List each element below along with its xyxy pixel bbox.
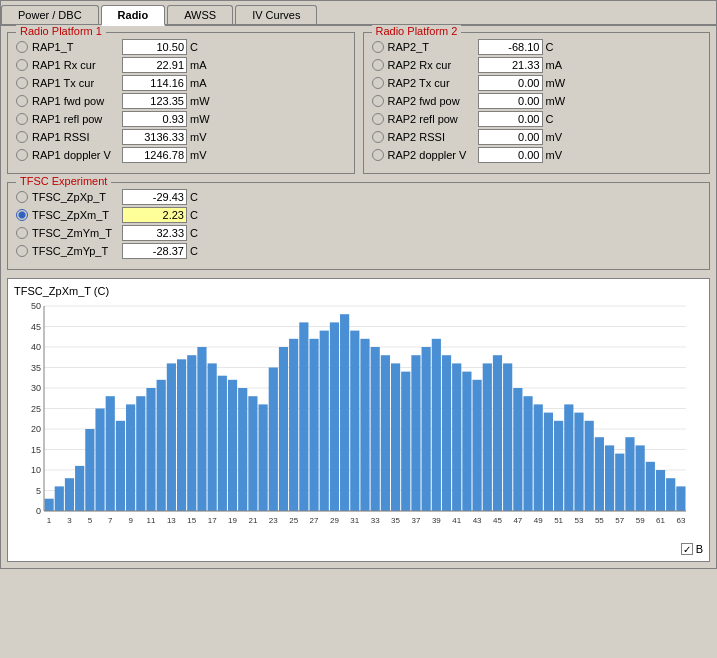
svg-text:23: 23: [269, 516, 278, 525]
tab-power-dbc[interactable]: Power / DBC: [1, 5, 99, 24]
param-value[interactable]: [122, 93, 187, 109]
svg-text:43: 43: [473, 516, 482, 525]
param-radio[interactable]: [16, 113, 28, 125]
param-label: RAP2 doppler V: [388, 149, 478, 161]
param-radio[interactable]: [372, 113, 384, 125]
param-radio[interactable]: [16, 191, 28, 203]
param-row: RAP1 Rx curmA: [16, 57, 346, 73]
param-value[interactable]: [478, 93, 543, 109]
param-unit: mA: [190, 77, 214, 89]
svg-text:30: 30: [31, 383, 41, 393]
param-unit: C: [546, 41, 570, 53]
svg-rect-56: [391, 363, 400, 511]
svg-rect-52: [350, 331, 359, 511]
svg-text:57: 57: [615, 516, 624, 525]
svg-text:45: 45: [493, 516, 502, 525]
param-row: RAP2 Rx curmA: [372, 57, 702, 73]
tab-awss[interactable]: AWSS: [167, 5, 233, 24]
svg-rect-80: [636, 445, 645, 511]
chart-container: TFSC_ZpXm_T (C) 051015202530354045501357…: [7, 278, 710, 562]
svg-rect-51: [340, 314, 349, 511]
param-radio[interactable]: [16, 149, 28, 161]
param-label: TFSC_ZmYm_T: [32, 227, 122, 239]
chart-footer: B: [14, 543, 703, 555]
param-radio[interactable]: [372, 77, 384, 89]
param-radio[interactable]: [16, 227, 28, 239]
param-value[interactable]: [478, 75, 543, 91]
svg-text:40: 40: [31, 342, 41, 352]
param-radio[interactable]: [372, 41, 384, 53]
param-value[interactable]: [478, 111, 543, 127]
chart-title: TFSC_ZpXm_T (C): [14, 285, 703, 297]
param-label: RAP1 doppler V: [32, 149, 122, 161]
tab-iv-curves[interactable]: IV Curves: [235, 5, 317, 24]
svg-rect-37: [197, 347, 206, 511]
param-value[interactable]: [122, 189, 187, 205]
param-label: RAP1 refl pow: [32, 113, 122, 125]
svg-rect-55: [381, 355, 390, 511]
svg-rect-79: [625, 437, 634, 511]
param-value[interactable]: [122, 207, 187, 223]
param-value[interactable]: [122, 111, 187, 127]
svg-rect-23: [55, 486, 64, 511]
svg-text:0: 0: [36, 506, 41, 516]
param-value[interactable]: [122, 75, 187, 91]
param-radio[interactable]: [372, 149, 384, 161]
param-label: RAP2 fwd pow: [388, 95, 478, 107]
param-row: RAP2 refl powC: [372, 111, 702, 127]
chart-checkbox-label: B: [696, 543, 703, 555]
svg-rect-34: [167, 363, 176, 511]
platform1-box: Radio Platform 1 RAP1_TCRAP1 Rx curmARAP…: [7, 32, 355, 174]
svg-text:51: 51: [554, 516, 563, 525]
svg-text:9: 9: [128, 516, 133, 525]
param-value[interactable]: [478, 147, 543, 163]
svg-rect-82: [656, 470, 665, 511]
svg-text:37: 37: [411, 516, 420, 525]
param-label: TFSC_ZpXp_T: [32, 191, 122, 203]
tab-radio[interactable]: Radio: [101, 5, 166, 26]
param-label: RAP2 refl pow: [388, 113, 478, 125]
svg-rect-40: [228, 380, 237, 511]
param-value[interactable]: [122, 243, 187, 259]
param-radio[interactable]: [372, 131, 384, 143]
param-row: TFSC_ZmYm_TC: [16, 225, 701, 241]
param-radio[interactable]: [16, 95, 28, 107]
param-label: RAP2 RSSI: [388, 131, 478, 143]
param-radio[interactable]: [16, 209, 28, 221]
param-label: RAP1 Rx cur: [32, 59, 122, 71]
param-radio[interactable]: [16, 245, 28, 257]
param-value[interactable]: [122, 147, 187, 163]
param-label: RAP2 Tx cur: [388, 77, 478, 89]
svg-rect-74: [574, 413, 583, 511]
param-radio[interactable]: [372, 95, 384, 107]
param-value[interactable]: [478, 57, 543, 73]
param-row: RAP1 Tx curmA: [16, 75, 346, 91]
param-value[interactable]: [122, 129, 187, 145]
param-radio[interactable]: [16, 59, 28, 71]
svg-rect-63: [462, 372, 471, 511]
svg-text:5: 5: [88, 516, 93, 525]
svg-rect-68: [513, 388, 522, 511]
svg-rect-41: [238, 388, 247, 511]
param-radio[interactable]: [16, 77, 28, 89]
param-value[interactable]: [122, 39, 187, 55]
param-unit: mV: [546, 149, 570, 161]
param-radio[interactable]: [16, 41, 28, 53]
svg-text:3: 3: [67, 516, 72, 525]
svg-rect-73: [564, 404, 573, 511]
param-value[interactable]: [478, 129, 543, 145]
svg-text:63: 63: [676, 516, 685, 525]
svg-rect-26: [85, 429, 94, 511]
platform1-params: RAP1_TCRAP1 Rx curmARAP1 Tx curmARAP1 fw…: [16, 39, 346, 163]
param-value[interactable]: [122, 225, 187, 241]
param-radio[interactable]: [16, 131, 28, 143]
param-radio[interactable]: [372, 59, 384, 71]
param-unit: C: [190, 227, 214, 239]
svg-rect-58: [411, 355, 420, 511]
param-value[interactable]: [478, 39, 543, 55]
param-value[interactable]: [122, 57, 187, 73]
svg-rect-72: [554, 421, 563, 511]
param-label: TFSC_ZpXm_T: [32, 209, 122, 221]
chart-checkbox-b[interactable]: [681, 543, 693, 555]
svg-text:55: 55: [595, 516, 604, 525]
